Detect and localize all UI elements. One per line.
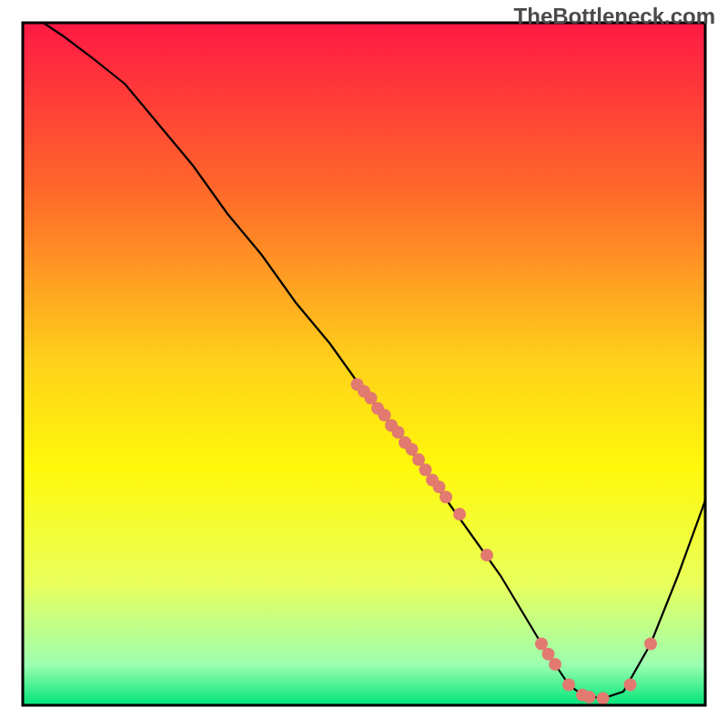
bottleneck-chart <box>0 0 728 728</box>
marker-point <box>583 691 596 703</box>
marker-point <box>597 693 610 705</box>
marker-point <box>644 638 657 651</box>
chart-container: TheBottleneck.com <box>0 0 728 728</box>
marker-point <box>440 490 452 503</box>
marker-point <box>549 658 561 671</box>
plot-background <box>23 23 705 705</box>
watermark-text: TheBottleneck.com <box>514 4 715 29</box>
marker-point <box>562 679 575 692</box>
marker-point <box>480 549 493 561</box>
marker-point <box>453 508 466 521</box>
marker-point <box>624 679 637 692</box>
